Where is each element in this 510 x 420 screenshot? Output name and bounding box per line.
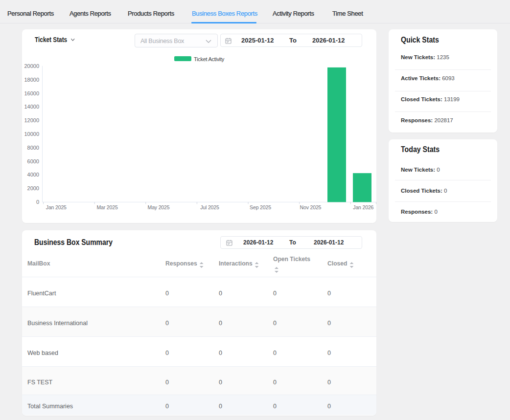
svg-text:May 2025: May 2025 <box>148 204 170 210</box>
svg-text:16000: 16000 <box>24 90 39 96</box>
svg-text:Jan 2026: Jan 2026 <box>353 204 373 210</box>
svg-text:Jul 2025: Jul 2025 <box>200 204 219 210</box>
svg-text:0: 0 <box>36 199 39 205</box>
svg-text:14000: 14000 <box>24 104 39 110</box>
svg-text:6000: 6000 <box>27 158 39 164</box>
svg-text:Jan 2025: Jan 2025 <box>46 204 67 210</box>
svg-text:Ticket Activity: Ticket Activity <box>194 56 225 62</box>
svg-text:2000: 2000 <box>27 185 39 191</box>
svg-text:Nov 2025: Nov 2025 <box>300 204 322 210</box>
svg-text:8000: 8000 <box>27 145 39 151</box>
svg-text:10000: 10000 <box>24 131 39 137</box>
svg-text:4000: 4000 <box>27 172 39 177</box>
svg-text:Sep 2025: Sep 2025 <box>250 204 271 210</box>
svg-text:20000: 20000 <box>24 63 39 69</box>
svg-text:18000: 18000 <box>24 77 39 83</box>
svg-text:Mar 2025: Mar 2025 <box>96 204 117 210</box>
svg-text:12000: 12000 <box>24 117 39 123</box>
